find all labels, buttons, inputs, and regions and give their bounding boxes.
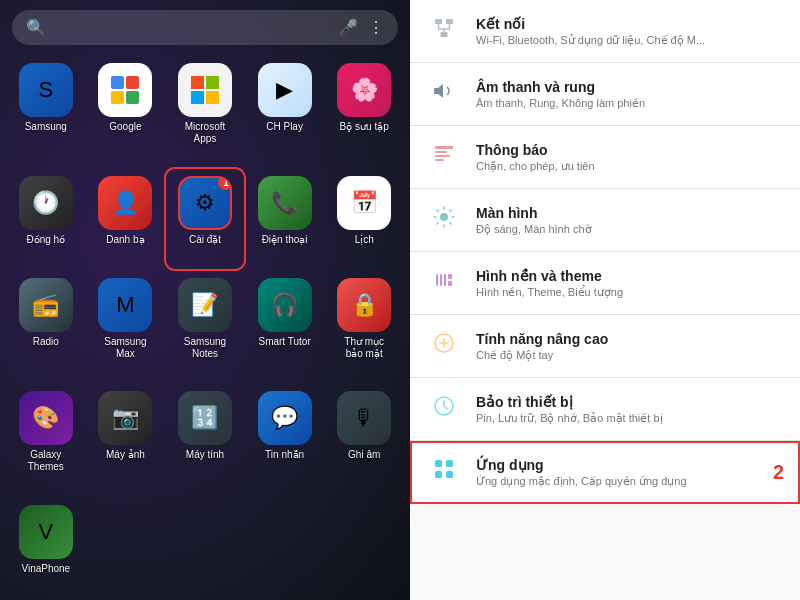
- app-item-security[interactable]: 🔒 Thư mụcbảo mật: [326, 272, 402, 381]
- app-item-samsung[interactable]: S Samsung: [8, 57, 84, 166]
- label-messages: Tin nhắn: [265, 449, 304, 461]
- app-item-camera[interactable]: 📷 Máy ảnh: [88, 385, 164, 494]
- icon-caidat: ⚙ 1: [178, 176, 232, 230]
- label-calc: Máy tính: [186, 449, 224, 461]
- icon-samsung: S: [19, 63, 73, 117]
- label-microsoft: MicrosoftApps: [185, 121, 226, 145]
- icon-messages: 💬: [258, 391, 312, 445]
- icon-chplay: ▶: [258, 63, 312, 117]
- icon-wrap-manhinh: [426, 202, 462, 238]
- mic-icon[interactable]: 🎤: [338, 18, 358, 37]
- title-tinhnang: Tính năng nâng cao: [476, 331, 784, 347]
- settings-item-thongbao[interactable]: Thông báo Chặn, cho phép, ưu tiên: [410, 126, 800, 189]
- settings-item-tinhnang[interactable]: Tính năng nâng cao Chế độ Một tay: [410, 315, 800, 378]
- sub-baotri: Pin, Lưu trữ, Bộ nhớ, Bảo mật thiết bị: [476, 412, 784, 425]
- app-item-snotes[interactable]: 📝 SamsungNotes: [167, 272, 243, 381]
- title-hinhnen: Hình nền và theme: [476, 268, 784, 284]
- app-item-lich[interactable]: 📅 Lịch: [326, 170, 402, 267]
- icon-collection: 🌸: [337, 63, 391, 117]
- search-bar[interactable]: 🔍 🎤 ⋮: [12, 10, 398, 45]
- text-tinhnang: Tính năng nâng cao Chế độ Một tay: [476, 331, 784, 362]
- app-item-dienthoai[interactable]: 📞 Điện thoại: [247, 170, 323, 267]
- app-item-stutor[interactable]: 🎧 Smart Tutor: [247, 272, 323, 381]
- label-camera: Máy ảnh: [106, 449, 145, 461]
- icon-microsoft: [178, 63, 232, 117]
- settings-item-amthanh[interactable]: Âm thanh và rung Âm thanh, Rung, Không l…: [410, 63, 800, 126]
- icon-wrap-amthanh: [426, 76, 462, 112]
- settings-item-ungdung[interactable]: Ứng dụng Ứng dụng mặc định, Cấp quyền ứn…: [410, 441, 800, 504]
- icon-smax: M: [98, 278, 152, 332]
- svg-rect-13: [440, 274, 442, 286]
- text-thongbao: Thông báo Chặn, cho phép, ưu tiên: [476, 142, 784, 173]
- app-item-danh-ba[interactable]: 👤 Danh bạ: [88, 170, 164, 267]
- label-lich: Lịch: [355, 234, 374, 246]
- label-recorder: Ghi âm: [348, 449, 380, 461]
- label-radio: Radio: [33, 336, 59, 348]
- svg-rect-10: [435, 159, 444, 161]
- icon-recorder: 🎙: [337, 391, 391, 445]
- app-item-messages[interactable]: 💬 Tin nhắn: [247, 385, 323, 494]
- svg-rect-7: [435, 146, 453, 149]
- title-baotri: Bảo trì thiết bị: [476, 394, 784, 410]
- text-ketnoi: Kết nối Wi-Fi, Bluetooth, Sử dụng dữ liệ…: [476, 16, 784, 47]
- icon-wrap-baotri: [426, 391, 462, 427]
- svg-rect-23: [435, 471, 442, 478]
- icon-gthemes: 🎨: [19, 391, 73, 445]
- svg-rect-15: [448, 274, 452, 279]
- sub-thongbao: Chặn, cho phép, ưu tiên: [476, 160, 784, 173]
- text-ungdung: Ứng dụng Ứng dụng mặc định, Cấp quyền ứn…: [476, 457, 784, 488]
- app-item-vinaphone[interactable]: V VinaPhone: [8, 499, 84, 596]
- label-smax: SamsungMax: [104, 336, 146, 360]
- app-item-recorder[interactable]: 🎙 Ghi âm: [326, 385, 402, 494]
- svg-rect-16: [448, 281, 452, 286]
- text-hinhnen: Hình nền và theme Hình nền, Theme, Biểu …: [476, 268, 784, 299]
- app-item-radio[interactable]: 📻 Radio: [8, 272, 84, 381]
- label-vinaphone: VinaPhone: [21, 563, 70, 575]
- text-baotri: Bảo trì thiết bị Pin, Lưu trữ, Bộ nhớ, B…: [476, 394, 784, 425]
- badge-caidat: 1: [218, 176, 232, 190]
- label-samsung: Samsung: [25, 121, 67, 133]
- label-google: Google: [109, 121, 141, 133]
- text-manhinh: Màn hình Độ sáng, Màn hình chờ: [476, 205, 784, 236]
- icon-radio: 📻: [19, 278, 73, 332]
- settings-item-baotri[interactable]: Bảo trì thiết bị Pin, Lưu trữ, Bộ nhớ, B…: [410, 378, 800, 441]
- app-item-chplay[interactable]: ▶ CH Play: [247, 57, 323, 166]
- app-item-gthemes[interactable]: 🎨 GalaxyThemes: [8, 385, 84, 494]
- svg-rect-8: [435, 151, 447, 153]
- icon-camera: 📷: [98, 391, 152, 445]
- svg-point-11: [440, 213, 448, 221]
- icon-stutor: 🎧: [258, 278, 312, 332]
- label-security: Thư mụcbảo mật: [344, 336, 384, 360]
- icon-amthanh: [432, 79, 456, 109]
- app-item-google[interactable]: Google: [88, 57, 164, 166]
- title-ungdung: Ứng dụng: [476, 457, 784, 473]
- icon-baotri: [432, 394, 456, 424]
- label-snotes: SamsungNotes: [184, 336, 226, 360]
- label-collection: Bộ sưu tập: [340, 121, 389, 133]
- icon-danh-ba: 👤: [98, 176, 152, 230]
- label-chplay: CH Play: [266, 121, 303, 133]
- app-item-collection[interactable]: 🌸 Bộ sưu tập: [326, 57, 402, 166]
- icon-calc: 🔢: [178, 391, 232, 445]
- app-item-clock[interactable]: 🕐 Đồng hồ: [8, 170, 84, 267]
- icon-lich: 📅: [337, 176, 391, 230]
- icon-snotes: 📝: [178, 278, 232, 332]
- icon-wrap-hinhnen: [426, 265, 462, 301]
- app-grid: S Samsung Google MicrosoftApps ▶ CH Play: [0, 53, 410, 600]
- app-item-caidat[interactable]: ⚙ 1 Cài đặt: [167, 170, 243, 267]
- svg-rect-24: [446, 471, 453, 478]
- settings-item-ketnoi[interactable]: Kết nối Wi-Fi, Bluetooth, Sử dụng dữ liệ…: [410, 0, 800, 63]
- settings-item-manhinh[interactable]: Màn hình Độ sáng, Màn hình chờ: [410, 189, 800, 252]
- more-options-icon[interactable]: ⋮: [368, 18, 384, 37]
- settings-item-hinhnen[interactable]: Hình nền và theme Hình nền, Theme, Biểu …: [410, 252, 800, 315]
- svg-rect-22: [446, 460, 453, 467]
- title-thongbao: Thông báo: [476, 142, 784, 158]
- icon-wrap-ungdung: [426, 454, 462, 490]
- app-item-microsoft[interactable]: MicrosoftApps: [167, 57, 243, 166]
- title-ketnoi: Kết nối: [476, 16, 784, 32]
- svg-rect-21: [435, 460, 442, 467]
- sub-tinhnang: Chế độ Một tay: [476, 349, 784, 362]
- app-item-calc[interactable]: 🔢 Máy tính: [167, 385, 243, 494]
- app-item-smax[interactable]: M SamsungMax: [88, 272, 164, 381]
- icon-hinhnen: [432, 268, 456, 298]
